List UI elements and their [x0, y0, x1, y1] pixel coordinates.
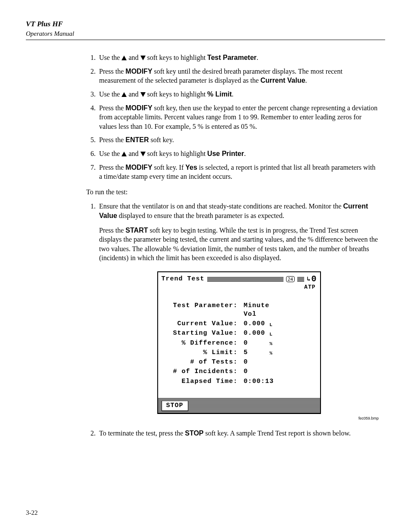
up-arrow-icon	[121, 92, 127, 97]
device-row: Current Value:0.000L	[167, 320, 311, 328]
run-step-2: To terminate the test, press the STOP so…	[97, 429, 379, 438]
device-row-label: # of Incidents:	[167, 367, 244, 376]
run-step-1-para2: Press the START soft key to begin testin…	[99, 226, 379, 263]
device-atp: ATP	[158, 283, 320, 292]
hatch-icon	[207, 277, 283, 282]
device-row-value: Minute Vol	[244, 302, 270, 319]
page-header: VT Plus HF Operators Manual	[26, 19, 385, 40]
device-row-label: Test Parameter:	[167, 302, 244, 319]
device-row-unit: L	[270, 331, 273, 338]
hatch-icon	[297, 277, 304, 282]
device-row: % Difference:0%	[167, 339, 311, 348]
device-figure: Trend Test 24 ↳ 0 ATP Test Parameter:Min…	[99, 271, 379, 414]
step-2: Press the MODIFY soft key until the desi…	[97, 67, 379, 85]
device-titlebar: Trend Test 24 ↳ 0	[158, 272, 320, 283]
device-title: Trend Test	[162, 275, 205, 283]
setup-steps-list: Use the and soft keys to highlight Test …	[86, 53, 379, 181]
device-body: Test Parameter:Minute VolCurrent Value:0…	[158, 292, 320, 398]
step-1: Use the and soft keys to highlight Test …	[97, 53, 379, 62]
device-badge: 24	[286, 276, 295, 282]
run-step-1: Ensure that the ventilator is on and tha…	[97, 202, 379, 421]
device-row-value: 0:00:13	[244, 377, 270, 386]
device-screen: Trend Test 24 ↳ 0 ATP Test Parameter:Min…	[157, 271, 321, 414]
device-row-label: % Difference:	[167, 339, 244, 348]
bold-modify: MODIFY	[125, 104, 152, 112]
down-arrow-icon	[140, 152, 146, 156]
up-arrow-icon	[121, 56, 127, 60]
device-row-value: 0	[244, 367, 270, 376]
run-intro: To run the test:	[86, 187, 379, 197]
figure-caption: fec059.bmp	[99, 416, 379, 421]
stop-softkey[interactable]: STOP	[162, 401, 188, 411]
bold-modify: MODIFY	[125, 164, 152, 171]
device-row: # of Tests:0	[167, 358, 311, 367]
run-steps-list: Ensure that the ventilator is on and tha…	[86, 202, 379, 438]
device-row-value: 0.000	[244, 329, 270, 338]
step-4: Press the MODIFY soft key, then use the …	[97, 103, 379, 131]
header-subtitle: Operators Manual	[26, 29, 385, 38]
bold-current-value: Current Value	[261, 77, 305, 84]
step-5: Press the ENTER soft key.	[97, 135, 379, 145]
device-row-value: 0	[244, 358, 270, 367]
step-7: Press the MODIFY soft key. If Yes is sel…	[97, 163, 379, 181]
down-arrow-icon	[140, 92, 146, 97]
bold-stop: STOP	[185, 429, 203, 437]
bold-yes: Yes	[185, 164, 197, 171]
step-3: Use the and soft keys to highlight % Lim…	[97, 90, 379, 99]
device-row-value: 0.000	[244, 320, 270, 328]
bold-pct-limit: % Limit	[207, 90, 232, 98]
bold-modify: MODIFY	[125, 68, 152, 75]
device-row: Test Parameter:Minute Vol	[167, 302, 311, 319]
device-row-value: 0	[244, 339, 270, 348]
bold-start: START	[125, 227, 148, 234]
bold-enter: ENTER	[125, 136, 149, 143]
up-arrow-icon	[121, 152, 127, 156]
device-softkey-bar: STOP	[158, 398, 320, 413]
device-row-value: 5	[244, 348, 270, 357]
device-row: Starting Value:0.000L	[167, 329, 311, 338]
device-row-label: % Limit:	[167, 348, 244, 357]
device-row-unit: %	[270, 350, 273, 357]
device-row-unit: L	[270, 322, 273, 329]
header-title: VT Plus HF	[26, 19, 385, 29]
down-arrow-icon	[140, 56, 146, 60]
device-row: # of Incidents:0	[167, 367, 311, 376]
device-row-label: # of Tests:	[167, 358, 244, 367]
arrow-icon: ↳	[307, 276, 310, 282]
device-row-unit: %	[270, 341, 273, 348]
device-row: Elapsed Time:0:00:13	[167, 377, 311, 386]
device-row-label: Elapsed Time:	[167, 377, 244, 386]
device-zero: 0	[311, 275, 316, 283]
device-row-label: Starting Value:	[167, 329, 244, 338]
main-content: Use the and soft keys to highlight Test …	[86, 53, 379, 438]
step-6: Use the and soft keys to highlight Use P…	[97, 149, 379, 159]
device-row: % Limit:5%	[167, 348, 311, 357]
device-header-right: ↳ 0	[307, 275, 316, 283]
bold-test-parameter: Test Parameter	[207, 54, 256, 61]
device-row-label: Current Value:	[167, 320, 244, 328]
bold-use-printer: Use Printer	[207, 150, 244, 157]
